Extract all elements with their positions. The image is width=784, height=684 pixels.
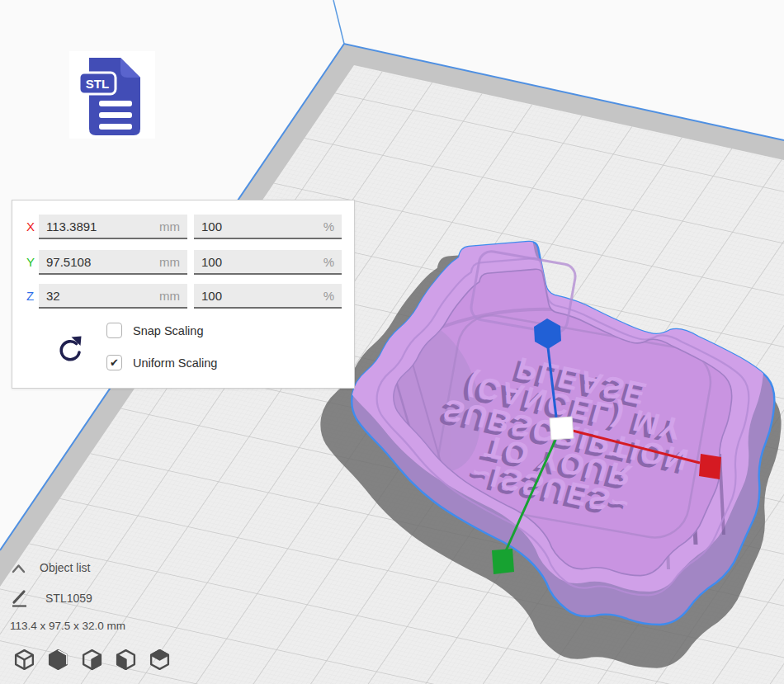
view-front-icon[interactable] <box>46 648 70 672</box>
stl-file-icon: STL <box>69 51 155 139</box>
snap-scaling-row: Snap Scaling <box>106 323 203 338</box>
model-dimensions-label: 113.4 x 97.5 x 32.0 mm <box>10 620 125 632</box>
view-right-icon[interactable] <box>148 648 172 672</box>
unit-percent-label: % <box>324 215 334 239</box>
uniform-scaling-label: Uniform Scaling <box>133 356 217 370</box>
gizmo-y-handle[interactable] <box>492 549 514 574</box>
scale-tool-panel: X mm % Y mm % Z mm <box>12 200 355 389</box>
object-list-item-name[interactable]: STL1059 <box>45 592 92 605</box>
unit-mm-label: mm <box>159 250 180 275</box>
uniform-scaling-row: ✔ Uniform Scaling <box>106 355 217 370</box>
object-list-header[interactable]: Object list <box>40 561 90 574</box>
scale-z-percent-input[interactable] <box>194 284 342 309</box>
application-window: PLEASE (CANCEL) MY SUBSCRIPTION TO YOUR … <box>0 0 784 684</box>
camera-view-toolbar <box>12 648 172 672</box>
uniform-scaling-checkbox[interactable]: ✔ <box>106 355 122 370</box>
snap-scaling-label: Snap Scaling <box>133 324 203 337</box>
unit-percent-label: % <box>324 284 334 309</box>
axis-y-label: Y <box>26 250 40 275</box>
view-3d-icon[interactable] <box>12 648 36 672</box>
axis-z-label: Z <box>26 284 40 309</box>
reset-rotate-icon <box>56 335 84 365</box>
gizmo-x-handle[interactable] <box>699 454 721 479</box>
axis-x-label: X <box>26 215 40 239</box>
gizmo-center-handle[interactable] <box>550 417 574 440</box>
stl-badge-label: STL <box>86 77 109 91</box>
scale-x-percent-input[interactable] <box>194 215 342 239</box>
scale-y-percent-input[interactable] <box>194 250 342 275</box>
snap-scaling-checkbox[interactable] <box>106 323 122 338</box>
reset-scale-button[interactable] <box>56 335 84 365</box>
rename-pencil-icon[interactable] <box>11 588 29 608</box>
unit-mm-label: mm <box>159 215 180 239</box>
collapse-caret-icon[interactable] <box>11 562 27 575</box>
unit-percent-label: % <box>324 250 334 275</box>
view-top-icon[interactable] <box>80 648 104 672</box>
stl-file-thumbnail: STL <box>69 51 155 139</box>
view-left-icon[interactable] <box>114 648 138 672</box>
unit-mm-label: mm <box>159 284 180 309</box>
